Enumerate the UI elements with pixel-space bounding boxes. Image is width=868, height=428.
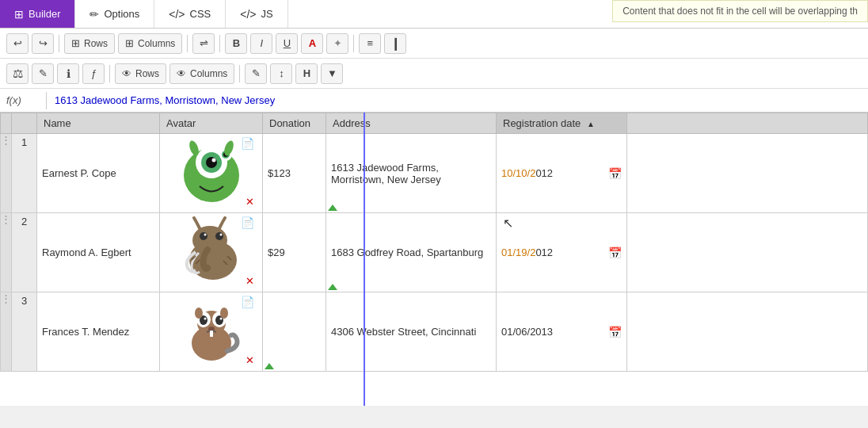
svg-rect-29 bbox=[210, 331, 213, 337]
green-arrow-1 bbox=[328, 204, 337, 211]
row1-address-value: 1613 Jadewood Farms, Morristown, New Jer… bbox=[331, 162, 441, 185]
tab-js[interactable]: </> JS bbox=[226, 0, 287, 28]
row3-regdate-value: 01/06/2013 bbox=[501, 326, 553, 338]
row2-avatar[interactable]: 📄 bbox=[160, 213, 263, 292]
undo-button[interactable]: ↩ bbox=[6, 33, 29, 54]
align-button[interactable]: ≡ bbox=[359, 33, 381, 54]
calendar-icon-1: 📅 bbox=[608, 167, 622, 180]
tab-options-label: Options bbox=[104, 8, 139, 20]
header-regdate[interactable]: Registration date ▲ bbox=[497, 113, 627, 134]
italic-button[interactable]: I bbox=[250, 33, 272, 54]
table-area: Name Avatar Donation Address Registratio… bbox=[0, 113, 868, 406]
sep3 bbox=[219, 35, 220, 52]
svg-point-26 bbox=[204, 318, 206, 320]
row3-avatar[interactable]: 📄 bbox=[160, 292, 263, 372]
row3-name[interactable]: Frances T. Mendez bbox=[37, 292, 160, 372]
edit2-button[interactable]: ✎ bbox=[245, 63, 267, 84]
builder-icon: ⊞ bbox=[14, 8, 24, 21]
row1-donation-value: $123 bbox=[268, 167, 291, 179]
info-button[interactable]: ℹ bbox=[57, 63, 79, 84]
tab-builder[interactable]: ⊞ Builder bbox=[0, 0, 75, 28]
row2-donation[interactable]: $29 bbox=[263, 213, 326, 292]
row3-name-value: Frances T. Mendez bbox=[42, 326, 129, 338]
row3-donation[interactable] bbox=[263, 292, 326, 372]
columns-icon: ⊞ bbox=[125, 37, 134, 49]
file-icon-2: 📄 bbox=[241, 216, 254, 229]
tab-options[interactable]: ✏ Options bbox=[75, 0, 154, 28]
svg-point-12 bbox=[200, 232, 207, 240]
header-donation[interactable]: Donation bbox=[263, 113, 326, 134]
header-drag-col bbox=[1, 113, 12, 134]
redo-button[interactable]: ↪ bbox=[32, 33, 54, 54]
header-name[interactable]: Name bbox=[37, 113, 160, 134]
sep5 bbox=[109, 65, 110, 82]
eye2-icon: 👁 bbox=[177, 68, 186, 79]
options-icon: ✏ bbox=[89, 8, 99, 21]
row1-avatar[interactable]: 📄 bbox=[160, 134, 263, 213]
edit-button[interactable]: ✎ bbox=[32, 63, 54, 84]
header-avatar[interactable]: Avatar bbox=[160, 113, 263, 134]
avatar-delete-1[interactable]: ✕ bbox=[246, 196, 254, 208]
balance-button[interactable]: ⚖ bbox=[6, 63, 29, 84]
row1-regdate[interactable]: 10/10/2012 📅 bbox=[497, 134, 627, 213]
row1-name[interactable]: Earnest P. Cope bbox=[37, 134, 160, 213]
header-donation-label: Donation bbox=[269, 117, 310, 129]
overflow-tooltip: Content that does not fit in the cell wi… bbox=[612, 0, 868, 22]
tab-css[interactable]: </> CSS bbox=[154, 0, 226, 28]
rows-label: Rows bbox=[84, 38, 108, 49]
row2-drag[interactable]: ⋮ bbox=[1, 213, 12, 292]
avatar-delete-3[interactable]: ✕ bbox=[246, 354, 254, 366]
row3-address[interactable]: 4306 Webster Street, Cincinnati bbox=[326, 292, 497, 372]
file-icon-3: 📄 bbox=[241, 296, 254, 308]
bold-button[interactable]: B bbox=[225, 33, 247, 54]
svg-point-30 bbox=[195, 308, 203, 319]
rows2-button[interactable]: 👁 Rows bbox=[115, 63, 166, 84]
columns2-button[interactable]: 👁 Columns bbox=[169, 63, 234, 84]
row3-extra bbox=[627, 292, 868, 372]
highlight-button[interactable]: ✦ bbox=[326, 33, 348, 54]
row3-regdate[interactable]: 01/06/2013 📅 bbox=[497, 292, 627, 372]
tab-builder-label: Builder bbox=[29, 8, 60, 20]
toolbar1: ↩ ↪ ⊞ Rows ⊞ Columns ⇌ B I U A ✦ ≡ ❙ bbox=[0, 29, 868, 59]
tab-js-label: JS bbox=[261, 8, 273, 20]
col-resize-address[interactable] bbox=[492, 113, 496, 133]
font-color-button[interactable]: A bbox=[301, 33, 323, 54]
row2-regdate-value: 01/19/2012 bbox=[501, 246, 553, 258]
columns2-label: Columns bbox=[190, 68, 227, 79]
row1-donation[interactable]: $123 bbox=[263, 134, 326, 213]
js-icon: </> bbox=[240, 8, 256, 21]
func-button[interactable]: ƒ bbox=[82, 63, 105, 84]
row2-name-value: Raymond A. Egbert bbox=[42, 246, 131, 258]
sort-arrow-icon: ▲ bbox=[587, 120, 595, 128]
col-resize-donation[interactable] bbox=[322, 113, 326, 133]
row3-drag[interactable]: ⋮ bbox=[1, 292, 12, 372]
row3-num: 3 bbox=[12, 292, 37, 372]
row2-regdate[interactable]: 01/19/2012 📅 bbox=[497, 213, 627, 292]
table-row: ⋮ 3 Frances T. Mendez 📄 bbox=[1, 292, 868, 372]
rows-button[interactable]: ⊞ Rows bbox=[64, 33, 115, 54]
header-address[interactable]: Address bbox=[326, 113, 497, 134]
avatar-delete-2[interactable]: ✕ bbox=[246, 275, 254, 287]
row2-donation-value: $29 bbox=[268, 246, 285, 258]
row1-name-value: Earnest P. Cope bbox=[42, 167, 116, 179]
row1-address[interactable]: 1613 Jadewood Farms, Morristown, New Jer… bbox=[326, 134, 497, 213]
transfer-button[interactable]: ⇌ bbox=[192, 33, 215, 54]
header-button[interactable]: H bbox=[295, 63, 318, 84]
row2-extra bbox=[627, 213, 868, 292]
freeze-button[interactable]: ❙ bbox=[384, 33, 406, 54]
col-resize-avatar[interactable] bbox=[258, 113, 262, 133]
row2-address[interactable]: 1683 Godfrey Road, Spartanburg bbox=[326, 213, 497, 292]
svg-point-4 bbox=[211, 159, 215, 162]
header-name-label: Name bbox=[44, 117, 71, 129]
row1-regdate-value: 10/10/2012 bbox=[501, 167, 553, 179]
columns-button[interactable]: ⊞ Columns bbox=[118, 33, 182, 54]
row1-drag[interactable]: ⋮ bbox=[1, 134, 12, 213]
col-resize-regdate[interactable] bbox=[622, 113, 626, 133]
sep1 bbox=[59, 35, 59, 52]
filter-button[interactable]: ▼ bbox=[321, 63, 343, 84]
col-resize-name[interactable] bbox=[155, 113, 159, 133]
header-regdate-label: Registration date bbox=[503, 117, 581, 129]
row2-name[interactable]: Raymond A. Egbert bbox=[37, 213, 160, 292]
sort-button[interactable]: ↕ bbox=[270, 63, 292, 84]
underline-button[interactable]: U bbox=[276, 33, 298, 54]
